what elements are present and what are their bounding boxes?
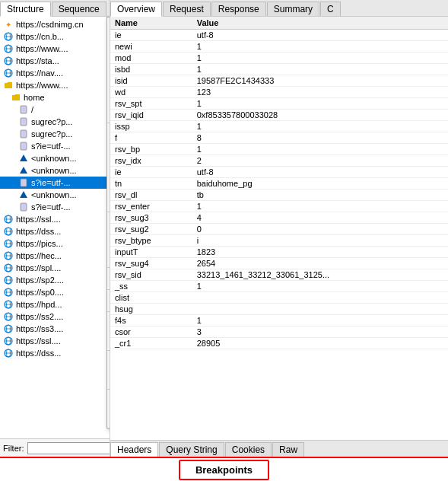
menu-item[interactable]: Publish Gist: [107, 193, 110, 209]
blue-arrow-icon: [18, 190, 29, 200]
table-cell-value: 1823: [192, 247, 448, 258]
tree-item[interactable]: https://sp2....: [0, 274, 110, 286]
menu-item[interactable]: View Response As▶: [107, 231, 110, 248]
table-row[interactable]: hsug: [110, 304, 448, 315]
menu-item[interactable]: Focus: [107, 314, 110, 331]
tree-item[interactable]: https://sta...: [0, 55, 110, 67]
menu-item[interactable]: Ignore: [107, 331, 110, 348]
tree-item[interactable]: https://hec...: [0, 250, 110, 262]
bottom-tab-query-string[interactable]: Query String: [159, 442, 224, 457]
tree-item[interactable]: https://sp0....: [0, 286, 110, 298]
table-row[interactable]: rsv_dltb: [110, 190, 448, 201]
menu-item[interactable]: Export...: [107, 104, 110, 120]
tree-item[interactable]: ✦https://csdnimg.cn: [0, 18, 110, 30]
tree-item[interactable]: sugrec?p...: [0, 116, 110, 128]
tree-item[interactable]: /: [0, 104, 110, 116]
table-row[interactable]: _ss1: [110, 281, 448, 292]
tree-item[interactable]: s?ie=utf-...: [0, 177, 110, 189]
tree-item[interactable]: https://pics...: [0, 237, 110, 250]
table-row[interactable]: rsv_enter1: [110, 201, 448, 212]
tree-item[interactable]: https://ss2....: [0, 311, 110, 323]
table-row[interactable]: ieutf-8: [110, 167, 448, 178]
tree-item[interactable]: https://dss...: [0, 347, 110, 359]
tree-item[interactable]: <unknown...: [0, 164, 110, 177]
table-row[interactable]: newi1: [110, 41, 448, 53]
tree-item-label: home: [24, 93, 45, 102]
table-row[interactable]: rsv_sug42654: [110, 258, 448, 269]
menu-item[interactable]: Disable SSL Proxying: [107, 409, 110, 425]
table-row[interactable]: f8: [110, 132, 448, 144]
tree-item[interactable]: <unknown...: [0, 152, 110, 164]
table-row[interactable]: rsv_spt1: [110, 98, 448, 110]
tree-item[interactable]: s?ie=utf-...: [0, 140, 110, 152]
table-row[interactable]: rsv_sid33213_1461_33212_33061_3125...: [110, 269, 448, 281]
menu-item[interactable]: Repeat Advanced...: [107, 159, 110, 176]
menu-item[interactable]: Validate: [107, 176, 110, 193]
menu-item[interactable]: Show in Sequence: [107, 270, 110, 287]
table-row[interactable]: rsv_sug34: [110, 212, 448, 224]
menu-item[interactable]: Copy cURL Request: [107, 37, 110, 53]
table-row[interactable]: rsv_idx2: [110, 155, 448, 167]
menu-item[interactable]: Sort By▶: [107, 292, 110, 309]
globe-icon: [3, 226, 14, 237]
tree-item[interactable]: https://hpd...: [0, 298, 110, 311]
bottom-tab-headers[interactable]: Headers: [110, 442, 158, 457]
table-row[interactable]: wd123: [110, 87, 448, 98]
table-cell-name: rsv_sug2: [110, 224, 192, 235]
tree-area[interactable]: ✦https://csdnimg.cnhttps://cn.b...https:…: [0, 17, 110, 438]
table-row[interactable]: clist: [110, 292, 448, 304]
menu-item[interactable]: Clear Others: [107, 370, 110, 387]
table-row[interactable]: f4s1: [110, 315, 448, 327]
table-row[interactable]: rsv_sug20: [110, 224, 448, 235]
menu-item[interactable]: Compose: [107, 126, 110, 142]
menu-item[interactable]: Find In...: [107, 87, 110, 104]
right-tab-overview[interactable]: Overview: [110, 2, 162, 17]
tree-item[interactable]: sugrec?p...: [0, 128, 110, 140]
table-row[interactable]: inputT1823: [110, 247, 448, 258]
tree-item[interactable]: https://dss...: [0, 225, 110, 237]
table-row[interactable]: ieutf-8: [110, 30, 448, 41]
breakpoints-button[interactable]: Breakpoints: [179, 460, 269, 480]
tab-structure[interactable]: Structure: [0, 2, 51, 17]
filter-input[interactable]: [27, 442, 111, 454]
bottom-tab-raw[interactable]: Raw: [272, 442, 304, 457]
table-cell-name: ie: [110, 167, 192, 178]
table-row[interactable]: isbd1: [110, 64, 448, 75]
table-row[interactable]: rsv_iqid0xf853357800033028: [110, 110, 448, 121]
tree-item[interactable]: https://ssl....: [0, 213, 110, 225]
file-icon: [18, 116, 29, 127]
tree-item[interactable]: home: [0, 91, 110, 104]
table-row[interactable]: rsv_btypei: [110, 235, 448, 247]
menu-item[interactable]: Copy Response: [107, 53, 110, 70]
table-row[interactable]: tnbaiduhome_pg: [110, 178, 448, 190]
tree-item[interactable]: https://cn.b...: [0, 30, 110, 43]
tree-item[interactable]: https://www....: [0, 43, 110, 55]
menu-item[interactable]: Repeat: [107, 142, 110, 159]
tree-item[interactable]: s?ie=utf-...: [0, 201, 110, 213]
table-row[interactable]: isid19587FE2C1434333: [110, 75, 448, 87]
tree-item-label: https://csdnimg.cn: [16, 20, 84, 29]
table-cell-value: 123: [192, 87, 448, 98]
table-row[interactable]: _cr128905: [110, 338, 448, 349]
tree-item[interactable]: https://nav....: [0, 67, 110, 79]
table-row[interactable]: issp1: [110, 121, 448, 132]
menu-item[interactable]: View Request As▶: [107, 215, 110, 231]
bottom-tab-cookies[interactable]: Cookies: [225, 442, 272, 457]
table-row[interactable]: mod1: [110, 53, 448, 64]
menu-item[interactable]: Save Response...: [107, 70, 110, 87]
tree-item[interactable]: https://ssl....: [0, 335, 110, 347]
tree-item[interactable]: https://ss3....: [0, 323, 110, 335]
tree-item[interactable]: https://www....: [0, 79, 110, 91]
right-tab-request[interactable]: Request: [163, 2, 211, 16]
table-row[interactable]: csor3: [110, 327, 448, 338]
right-tab-response[interactable]: Response: [211, 2, 266, 16]
right-tab-summary[interactable]: Summary: [267, 2, 319, 16]
tree-item[interactable]: <unknown...: [0, 189, 110, 201]
right-tab-c[interactable]: C: [320, 2, 341, 16]
tab-sequence[interactable]: Sequence: [52, 2, 106, 16]
tree-item[interactable]: https://spl....: [0, 262, 110, 274]
table-row[interactable]: rsv_bp1: [110, 144, 448, 155]
menu-item[interactable]: Viewer Mappings...: [107, 248, 110, 265]
folder-icon: [3, 80, 14, 91]
menu-item[interactable]: Clear: [107, 353, 110, 370]
